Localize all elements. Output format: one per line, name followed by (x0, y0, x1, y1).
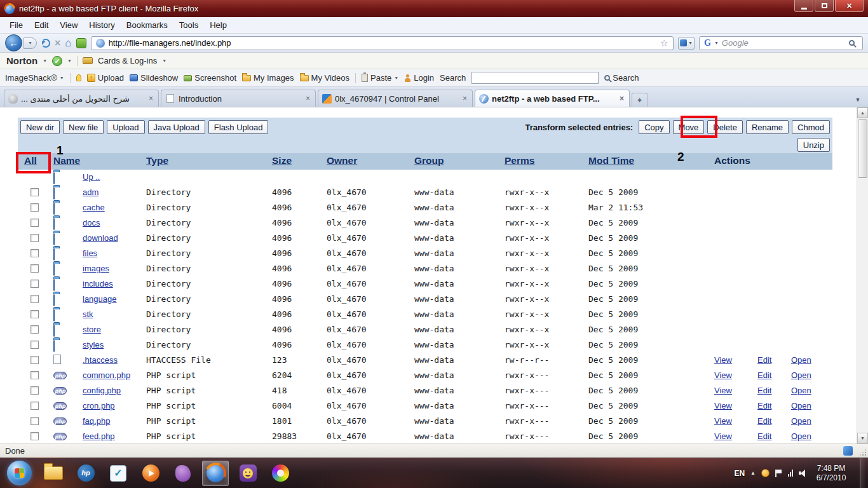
row-checkbox[interactable] (31, 417, 39, 425)
bulb-icon[interactable] (76, 74, 81, 81)
imageshack-search-input[interactable] (471, 72, 599, 84)
chevron-down-icon[interactable]: ▼ (162, 58, 166, 63)
ftp-button-unzip[interactable]: Unzip (797, 138, 830, 152)
action-view[interactable]: View (714, 386, 732, 395)
file-link[interactable]: stk (83, 309, 93, 319)
close-icon[interactable]: × (304, 95, 311, 102)
row-checkbox[interactable] (31, 234, 39, 242)
clock[interactable]: 7:48 PM 6/7/2010 (813, 464, 850, 483)
row-checkbox[interactable] (31, 249, 39, 257)
action-view[interactable]: View (714, 416, 732, 426)
action-edit[interactable]: Edit (757, 416, 771, 426)
close-icon[interactable]: × (147, 95, 154, 102)
file-link[interactable]: common.php (83, 370, 130, 380)
norton-safe-icon[interactable]: ✓ (52, 56, 62, 66)
ftp-button-rename[interactable]: Rename (746, 120, 789, 134)
action-open[interactable]: Open (791, 386, 811, 395)
action-edit[interactable]: Edit (757, 370, 771, 380)
imageshack-quick-icon[interactable] (76, 38, 86, 48)
menu-file[interactable]: File (4, 18, 29, 32)
start-button[interactable] (7, 461, 32, 485)
taskbar-item-image-editor[interactable] (267, 461, 294, 486)
action-edit[interactable]: Edit (757, 386, 771, 395)
screenshot-button[interactable]: Screenshot (184, 73, 236, 83)
action-view[interactable]: View (714, 431, 732, 441)
file-link[interactable]: feed.php (83, 431, 115, 441)
show-hidden-icons[interactable]: ▲ (750, 470, 756, 476)
row-checkbox[interactable] (31, 371, 39, 379)
action-open[interactable]: Open (791, 431, 811, 441)
tab-control-panel[interactable]: 0lx_4670947 | Control Panel × (318, 90, 473, 107)
slideshow-button[interactable]: Slideshow (130, 73, 178, 83)
col-header-perms[interactable]: Perms (505, 155, 534, 166)
imageshack-search-button[interactable]: Search (604, 73, 639, 83)
close-icon[interactable]: × (461, 95, 468, 102)
ftp-button-copy[interactable]: Copy (639, 120, 669, 134)
vertical-scrollbar[interactable]: ▲ ▼ (857, 107, 868, 444)
row-checkbox[interactable] (31, 219, 39, 227)
action-open[interactable]: Open (791, 401, 811, 410)
language-indicator[interactable]: EN (734, 469, 745, 478)
scroll-down-icon[interactable]: ▼ (857, 433, 868, 444)
file-link[interactable]: Up .. (83, 172, 100, 182)
action-center-flag-icon[interactable] (775, 470, 782, 477)
action-edit[interactable]: Edit (757, 401, 771, 410)
col-header-owner[interactable]: Owner (327, 155, 357, 166)
row-checkbox[interactable] (31, 280, 39, 288)
maximize-button[interactable] (815, 0, 834, 12)
scroll-up-icon[interactable]: ▲ (857, 107, 868, 118)
action-edit[interactable]: Edit (757, 355, 771, 365)
file-link[interactable]: files (83, 248, 97, 258)
paste-button[interactable]: Paste ▼ (362, 73, 398, 83)
action-view[interactable]: View (714, 401, 732, 410)
file-link[interactable]: .htaccess (83, 355, 118, 365)
chevron-down-icon[interactable]: ▼ (43, 58, 47, 63)
col-header-group[interactable]: Group (414, 155, 444, 166)
taskbar-item-notes[interactable]: ✓ (105, 461, 132, 486)
ftp-button-new-dir[interactable]: New dir (20, 120, 60, 134)
my-images-button[interactable]: My Images (242, 73, 294, 83)
refresh-icon[interactable] (41, 39, 50, 48)
action-view[interactable]: View (714, 355, 732, 365)
volume-icon[interactable] (799, 470, 807, 477)
file-link[interactable]: cron.php (83, 401, 115, 410)
menu-view[interactable]: View (54, 18, 83, 32)
ftp-button-java-upload[interactable]: Java Upload (148, 120, 205, 134)
file-link[interactable]: language (83, 294, 117, 304)
ftp-button-new-file[interactable]: New file (63, 120, 104, 134)
action-open[interactable]: Open (791, 355, 811, 365)
resize-grip[interactable] (860, 449, 866, 456)
file-link[interactable]: download (83, 233, 118, 243)
taskbar-item-hp[interactable]: hp (72, 461, 99, 486)
file-link[interactable]: docs (83, 218, 100, 227)
tab-forum[interactable]: ... شرح التحويل من أحلى منتدى × (4, 90, 159, 107)
cards-logins-button[interactable]: Cards & Log-ins (98, 56, 157, 65)
action-view[interactable]: View (714, 370, 732, 380)
action-open[interactable]: Open (791, 370, 811, 380)
address-bar[interactable]: http://file-managers.net/index.php ☆ (91, 36, 674, 50)
file-link[interactable]: faq.php (83, 416, 110, 426)
menu-bookmarks[interactable]: Bookmarks (121, 18, 173, 32)
network-icon[interactable] (788, 470, 793, 477)
minimize-button[interactable] (794, 0, 813, 12)
file-link[interactable]: includes (83, 279, 113, 288)
row-checkbox[interactable] (31, 295, 39, 303)
row-checkbox[interactable] (31, 432, 39, 440)
ftp-button-chmod[interactable]: Chmod (792, 120, 830, 134)
row-checkbox[interactable] (31, 203, 39, 212)
row-checkbox[interactable] (31, 188, 39, 196)
tray-app-icon[interactable] (761, 469, 770, 477)
forward-history-dropdown[interactable]: ▼ (24, 37, 37, 49)
ftp-button-flash-upload[interactable]: Flash Upload (208, 120, 269, 134)
taskbar-item-utility[interactable] (170, 461, 196, 486)
row-checkbox[interactable] (31, 310, 39, 318)
tab-introduction[interactable]: Introduction × (161, 90, 316, 107)
tab-net2ftp[interactable]: net2ftp - a web based FTP... × (475, 90, 630, 107)
col-header-mod-time[interactable]: Mod Time (588, 155, 634, 166)
file-link[interactable]: images (83, 264, 109, 273)
row-checkbox[interactable] (31, 264, 39, 273)
url-text[interactable]: http://file-managers.net/index.php (109, 38, 231, 48)
file-link[interactable]: cache (83, 203, 105, 212)
taskbar-item-firefox[interactable] (202, 461, 229, 486)
search-engine-dropdown-icon[interactable]: ▼ (714, 41, 719, 45)
